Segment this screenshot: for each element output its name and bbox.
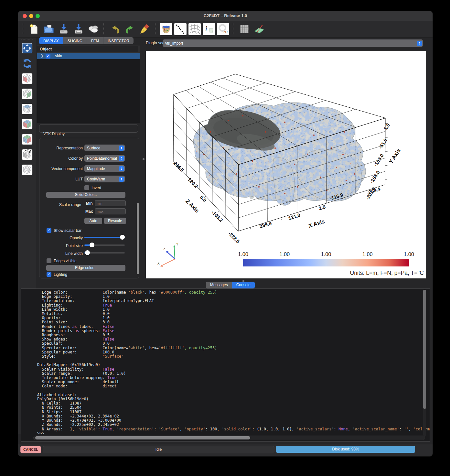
toolbar-button-new-file[interactable] [27, 23, 40, 36]
chevron-updown-icon: ▲▼ [119, 177, 124, 182]
title-bar: C2F4DT – Release 1.0 [18, 11, 433, 21]
point-size-slider[interactable] [84, 243, 125, 247]
toolbar-button-import-data[interactable] [57, 23, 70, 36]
view-z-blue-cube-icon [22, 103, 33, 114]
app-window: C2F4DT – Release 1.0 i2D DISPLAY SLICING… [18, 11, 433, 457]
console-vscrollbar[interactable] [423, 290, 426, 436]
view-x-red-cube-icon [22, 73, 33, 84]
object-tree-row-skin[interactable]: ❯ ✓ skin [37, 53, 140, 59]
svg-text:1.00: 1.00 [321, 251, 331, 257]
toolbar-button-info-picker[interactable]: i [203, 23, 215, 35]
splitter-handle[interactable] [143, 158, 145, 160]
view-button-rotate-view-cube[interactable] [22, 149, 33, 160]
lut-label: LUT [38, 177, 83, 181]
view-button-view-z-blue-cube[interactable] [22, 103, 33, 114]
toolbar-button-volume-mesh[interactable] [160, 23, 172, 35]
refresh-icon [22, 58, 33, 69]
undo-icon [109, 23, 121, 35]
scalar-max-input[interactable] [95, 208, 126, 214]
iso-view-cube-icon [22, 119, 33, 130]
vtk-display-title: VTK Display [43, 132, 65, 136]
view-button-view-x-red-cube[interactable] [22, 73, 33, 84]
scalar-min-input[interactable] [95, 200, 126, 206]
toolbar-button-cloud[interactable] [87, 23, 100, 36]
open-folder-icon [43, 23, 55, 35]
tab-fem[interactable]: FEM [87, 37, 103, 44]
rescale-button[interactable]: Rescale [104, 218, 126, 224]
console-output[interactable]: Edge color: Color(name='black', hex='#00… [37, 290, 425, 436]
toolbar-button-redo[interactable] [123, 23, 136, 36]
toolbar-button-open-folder[interactable] [42, 23, 55, 36]
wire-cube-icon [22, 164, 33, 175]
show-scalar-bar-label: Show scalar bar [54, 228, 81, 233]
info-picker-icon: i [203, 23, 215, 35]
object-tree-header: Object [37, 46, 140, 53]
view-button-view-y-green-cube[interactable] [22, 88, 33, 99]
triad-z-label: Z [163, 247, 165, 251]
object-tree-panel: Object ❯ ✓ skin [37, 46, 140, 123]
viewport-3d[interactable]: 234.5120.26.0-108.2-222.5Z Axis239.4121.… [146, 51, 426, 278]
view-button-iso-view-cube[interactable] [22, 119, 33, 130]
view-button-fit-view[interactable] [22, 43, 33, 54]
toolbar-separator [155, 23, 156, 35]
tab-inspector[interactable]: INSPECTOR [103, 37, 134, 44]
toolbar-button-save-data[interactable] [72, 23, 85, 36]
view-button-iso-view-cube-alt[interactable] [22, 134, 33, 145]
line-width-slider[interactable] [84, 250, 125, 255]
disk-usage-bar: Disk used: 93% [276, 446, 415, 453]
show-scalar-bar-checkbox[interactable]: ✓ [47, 228, 51, 233]
tab-messages[interactable]: Messages [206, 282, 232, 288]
view-toolbar-drag-handle[interactable] [21, 39, 33, 42]
edges-visible-label: Edges visible [54, 259, 77, 263]
panel-scrollbar[interactable] [137, 203, 139, 274]
expand-chevron-icon[interactable]: ❯ [40, 54, 44, 58]
grid-icon [239, 23, 250, 35]
toolbar-button-grid[interactable] [238, 23, 251, 36]
scalar-range-label: Scalar range [36, 202, 81, 207]
chevron-updown-icon: ▲▼ [119, 146, 124, 151]
vector-component-select[interactable]: Magnitude ▲▼ [84, 165, 125, 172]
visibility-checkbox[interactable]: ✓ [46, 54, 50, 59]
console-hscroll-thumb[interactable] [35, 436, 250, 439]
toolbar-button-wireframe[interactable] [188, 23, 201, 35]
new-file-icon [28, 23, 40, 35]
toolbar-button-2d-view[interactable]: 2D [217, 23, 229, 35]
cancel-button[interactable]: CANCEL [20, 446, 41, 453]
plugin-scope-select[interactable]: vtk_import ▲▼ [163, 39, 423, 47]
wireframe-icon [189, 23, 200, 35]
edges-visible-checkbox[interactable] [47, 258, 51, 263]
auto-button[interactable]: Auto [84, 218, 102, 224]
triad-y-label: Y [176, 243, 178, 246]
opacity-slider[interactable] [84, 235, 125, 240]
panel-tabs: DISPLAY SLICING FEM INSPECTOR [39, 37, 134, 44]
svg-text:2D: 2D [223, 30, 228, 34]
toolbar-button-clean[interactable] [138, 23, 151, 36]
clean-icon [139, 23, 151, 35]
toolbar-button-point-probe[interactable] [174, 23, 187, 35]
plugin-scope-value: vtk_import [165, 41, 183, 46]
toolbar-button-undo[interactable] [109, 23, 122, 36]
solid-color-button[interactable]: Solid Color... [46, 192, 125, 198]
tab-console[interactable]: Console [232, 282, 255, 288]
lighting-label: Lighting [54, 272, 67, 277]
scalar-bar [243, 259, 409, 266]
color-by-select[interactable]: PointData/normals ▲▼ [84, 155, 125, 162]
toolbar-drag-handle[interactable] [23, 23, 23, 35]
tab-slicing[interactable]: SLICING [63, 37, 87, 44]
edge-color-button[interactable]: Edge color... [46, 265, 125, 271]
redo-icon [124, 23, 136, 35]
svg-text:1.00: 1.00 [238, 251, 248, 257]
toolbar-button-slice-plane[interactable] [253, 23, 266, 36]
svg-text:1.00: 1.00 [404, 251, 414, 257]
opacity-label: Opacity [38, 236, 83, 240]
lighting-checkbox[interactable]: ✓ [47, 272, 51, 277]
console-hscrollbar[interactable] [33, 436, 425, 440]
tab-display[interactable]: DISPLAY [39, 37, 63, 44]
max-label: Max [85, 209, 93, 214]
representation-select[interactable]: Surface ▲▼ [84, 145, 125, 151]
invert-checkbox[interactable] [84, 185, 89, 190]
lut-select[interactable]: CoolWarm ▲▼ [84, 176, 125, 182]
view-button-refresh[interactable] [22, 58, 33, 69]
view-button-wire-cube[interactable] [22, 164, 33, 175]
representation-label: Representation [38, 146, 83, 150]
